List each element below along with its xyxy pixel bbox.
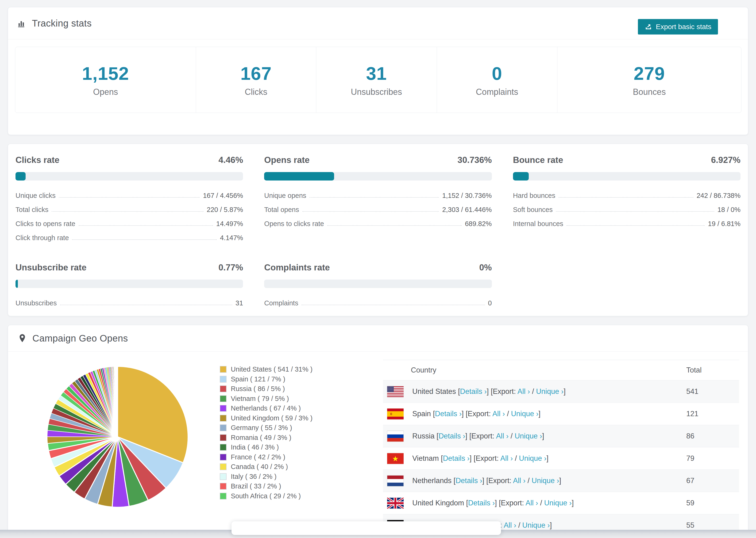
rate-head: Unsubscribe rate0.77%: [16, 263, 243, 273]
legend-swatch: [220, 376, 227, 383]
rate-title: Opens rate: [264, 155, 309, 165]
export-all-link-united-states[interactable]: All ›: [517, 387, 530, 396]
export-all-link-spain[interactable]: All ›: [492, 409, 505, 418]
legend-label: South Africa ( 29 / 2% ): [231, 492, 301, 500]
rate-title: Complaints rate: [264, 263, 330, 273]
export-all-link-germany[interactable]: All ›: [504, 521, 516, 529]
rate-block-complaints-rate: Complaints rate0%Complaints0: [264, 263, 492, 313]
legend-label: Spain ( 121 / 7% ): [231, 375, 285, 383]
rate-row-unique-opens: Unique opens1,152 / 30.736%: [264, 192, 492, 199]
summary-stats-strip: 1,152Opens167Clicks31Unsubscribes0Compla…: [15, 47, 741, 113]
country-cell: Netherlands [Details ›] [Export: All › /…: [383, 475, 686, 486]
legend-label: France ( 42 / 2% ): [231, 453, 285, 461]
rate-row-label: Total clicks: [16, 206, 48, 214]
rate-row-value: 14.497%: [216, 220, 243, 228]
stat-label: Opens: [93, 87, 118, 97]
summary-stat-opens: 1,152Opens: [15, 47, 196, 113]
legend-swatch: [220, 454, 227, 460]
legend-swatch: [220, 395, 227, 402]
legend-label: United States ( 541 / 31% ): [231, 365, 312, 373]
stat-value: 1,152: [82, 63, 129, 84]
legend-item-netherlands: Netherlands ( 67 / 4% ): [220, 404, 312, 413]
legend-label: Romania ( 49 / 3% ): [231, 434, 291, 442]
page-title: Tracking stats: [32, 18, 91, 28]
legend-swatch: [220, 493, 227, 500]
rate-value: 0%: [479, 263, 492, 273]
rate-row-label: Total opens: [264, 206, 299, 214]
flag-vietnam-icon: [387, 453, 404, 464]
geo-table-header: Country Total: [383, 360, 739, 381]
table-row-united-states: United States [Details ›] [Export: All ›…: [383, 381, 739, 403]
total-cell: 79: [686, 454, 739, 463]
dotted-leader: [79, 225, 213, 226]
legend-label: Brazil ( 33 / 2% ): [231, 482, 281, 490]
export-unique-link-united-kingdom[interactable]: Unique ›: [544, 499, 572, 507]
total-cell: 86: [686, 432, 739, 440]
legend-item-united-states: United States ( 541 / 31% ): [220, 364, 312, 374]
export-unique-link-russia[interactable]: Unique ›: [514, 432, 542, 440]
rate-row-value: 18 / 0%: [718, 206, 740, 214]
rate-row-value: 167 / 4.456%: [203, 192, 243, 199]
country-links-text: United States [Details ›] [Export: All ›…: [412, 387, 566, 396]
export-unique-link-spain[interactable]: Unique ›: [511, 409, 538, 418]
export-all-link-netherlands[interactable]: All ›: [513, 476, 525, 485]
details-link-netherlands[interactable]: Details ›: [456, 476, 482, 485]
rate-row-soft-bounces: Soft bounces18 / 0%: [513, 206, 740, 214]
dotted-leader: [52, 211, 203, 212]
details-link-united-states[interactable]: Details ›: [460, 387, 487, 396]
rate-row-unique-clicks: Unique clicks167 / 4.456%: [16, 192, 243, 199]
progress-bar-fill: [264, 172, 334, 181]
details-link-spain[interactable]: Details ›: [435, 409, 462, 418]
export-all-link-russia[interactable]: All ›: [496, 432, 509, 440]
export-unique-link-netherlands[interactable]: Unique ›: [531, 476, 559, 485]
rate-row-unsubscribes: Unsubscribes31: [16, 299, 243, 307]
rate-value: 6.927%: [711, 155, 740, 165]
flag-spain-icon: [387, 408, 404, 419]
geo-table: Country Total United States [Details ›] …: [383, 360, 739, 537]
country-cell: United States [Details ›] [Export: All ›…: [383, 386, 686, 397]
rate-head: Complaints rate0%: [264, 263, 492, 273]
table-row-russia: Russia [Details ›] [Export: All › / Uniq…: [383, 425, 739, 447]
dotted-leader: [567, 225, 705, 226]
export-all-link-vietnam[interactable]: All ›: [500, 454, 513, 462]
summary-stat-bounces: 279Bounces: [557, 47, 741, 113]
summary-stat-complaints: 0Complaints: [437, 47, 558, 113]
progress-bar-fill: [16, 280, 18, 288]
rate-row-total-clicks: Total clicks220 / 5.87%: [16, 206, 243, 214]
legend-label: United Kingdom ( 59 / 3% ): [231, 414, 312, 422]
progress-bar-fill: [513, 172, 529, 181]
details-link-vietnam[interactable]: Details ›: [443, 454, 469, 462]
country-links-text: Vietnam [Details ›] [Export: All › / Uni…: [412, 454, 549, 463]
flag-united-states-icon: [387, 386, 404, 397]
export-basic-stats-button[interactable]: Export basic stats: [638, 19, 718, 34]
table-row-netherlands: Netherlands [Details ›] [Export: All › /…: [383, 470, 739, 492]
total-cell: 121: [686, 409, 739, 418]
rate-row-complaints: Complaints0: [264, 299, 492, 307]
dotted-leader: [59, 197, 200, 198]
country-links-text: Spain [Details ›] [Export: All › / Uniqu…: [412, 409, 540, 418]
details-link-united-kingdom[interactable]: Details ›: [468, 499, 495, 507]
legend-item-brazil: Brazil ( 33 / 2% ): [220, 481, 312, 491]
rate-row-clicks-to-opens-rate: Clicks to opens rate14.497%: [16, 220, 243, 228]
rate-row-label: Soft bounces: [513, 206, 553, 214]
rate-title: Clicks rate: [16, 155, 59, 165]
stat-label: Bounces: [633, 87, 666, 97]
dotted-leader: [327, 225, 461, 226]
rate-row-internal-bounces: Internal bounces19 / 6.81%: [513, 220, 740, 228]
rate-row-opens-to-clicks-rate: Opens to clicks rate689.82%: [264, 220, 492, 228]
legend-item-italy: Italy ( 36 / 2% ): [220, 472, 312, 482]
export-unique-link-vietnam[interactable]: Unique ›: [519, 454, 546, 462]
rate-block-opens-rate: Opens rate30.736%Unique opens1,152 / 30.…: [264, 155, 492, 248]
export-unique-link-united-states[interactable]: Unique ›: [536, 387, 564, 396]
rate-row-label: Unique clicks: [16, 192, 56, 199]
legend-swatch: [220, 473, 227, 480]
details-link-russia[interactable]: Details ›: [439, 432, 465, 440]
export-all-link-united-kingdom[interactable]: All ›: [525, 499, 538, 507]
export-icon: [644, 23, 652, 30]
rates-grid: Clicks rate4.46%Unique clicks167 / 4.456…: [8, 144, 748, 313]
country-links-text: Netherlands [Details ›] [Export: All › /…: [412, 476, 561, 485]
progress-bar-track: [16, 280, 243, 288]
rate-row-value: 31: [236, 299, 243, 307]
export-unique-link-germany[interactable]: Unique ›: [522, 521, 550, 529]
rate-row-value: 4.147%: [220, 234, 243, 242]
